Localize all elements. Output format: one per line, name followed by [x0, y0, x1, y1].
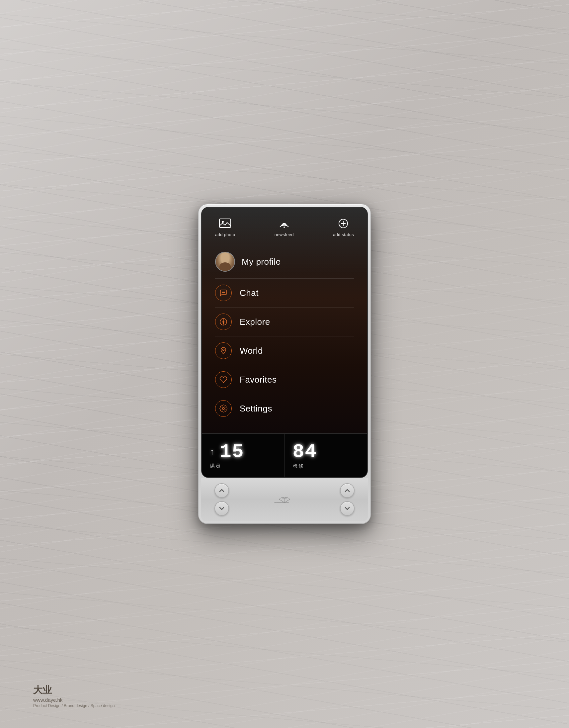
svg-point-7 [223, 292, 224, 293]
chat-icon [220, 289, 228, 297]
left-button-group [215, 483, 229, 516]
left-down-button[interactable] [215, 501, 229, 516]
profile-name: My profile [242, 257, 281, 267]
display-section: ↑ 15 满员 84 检修 [202, 433, 367, 477]
display-right: 84 检修 [285, 434, 367, 477]
world-label: World [240, 346, 263, 356]
favorites-label: Favorites [240, 375, 277, 385]
display-left-number: 15 [220, 442, 244, 462]
right-down-button[interactable] [340, 501, 354, 516]
newsfeed-icon [277, 218, 291, 229]
map-pin-icon [220, 347, 228, 355]
add-photo-label: add photo [215, 232, 236, 237]
compass-icon [220, 318, 228, 326]
watermark-brand: 大业 [33, 684, 115, 696]
menu-item-settings[interactable]: Settings [215, 394, 354, 423]
svg-marker-11 [223, 319, 224, 322]
display-right-label: 检修 [293, 463, 304, 469]
profile-row[interactable]: My profile [215, 245, 354, 279]
display-right-row: 84 [293, 442, 317, 462]
svg-point-14 [223, 408, 225, 409]
add-status-icon [336, 218, 350, 229]
svg-point-6 [222, 292, 223, 293]
device-frame: add photo newsfeed [198, 204, 371, 524]
svg-point-13 [223, 349, 225, 351]
world-icon-circle [215, 342, 232, 359]
svg-marker-12 [223, 322, 224, 324]
avatar-image [216, 252, 235, 271]
brand-logo: ▬▬▬▬▬▬ [271, 495, 298, 504]
chevron-up-icon-right [344, 488, 350, 494]
left-up-button[interactable] [215, 483, 229, 498]
up-arrow-left: ↑ [210, 447, 215, 457]
svg-rect-0 [220, 219, 231, 227]
chat-icon-circle [215, 285, 232, 301]
display-left-label: 满员 [210, 463, 221, 469]
gear-icon [220, 405, 228, 412]
device-screen: add photo newsfeed [201, 207, 368, 478]
newsfeed-label: newsfeed [275, 232, 294, 237]
add-status-button[interactable]: add status [333, 218, 354, 237]
control-panel: ▬▬▬▬▬▬ [201, 478, 368, 521]
favorites-icon-circle [215, 371, 232, 388]
explore-icon-circle [215, 314, 232, 330]
display-left: ↑ 15 满员 [202, 434, 285, 477]
settings-label: Settings [240, 404, 272, 414]
chevron-up-icon-left [219, 488, 225, 494]
svg-text:▬▬▬▬▬▬: ▬▬▬▬▬▬ [275, 501, 289, 504]
watermark-brand-text: 大业 [33, 684, 52, 696]
app-section: add photo newsfeed [202, 208, 367, 433]
add-photo-button[interactable]: add photo [215, 218, 236, 237]
newsfeed-button[interactable]: newsfeed [275, 218, 294, 237]
svg-point-2 [284, 227, 285, 228]
avatar [215, 252, 235, 272]
add-photo-icon [218, 218, 233, 229]
menu-item-favorites[interactable]: Favorites [215, 365, 354, 394]
right-up-button[interactable] [340, 483, 354, 498]
menu-item-explore[interactable]: Explore [215, 308, 354, 336]
svg-point-8 [224, 292, 225, 293]
watermark: 大业 www.daye.hk Product Design / Brand de… [33, 684, 115, 708]
brand-logo-svg: ▬▬▬▬▬▬ [271, 495, 298, 504]
explore-label: Explore [240, 317, 270, 327]
chevron-down-icon-right [344, 505, 350, 511]
watermark-url: www.daye.hk [33, 697, 115, 703]
menu-item-chat[interactable]: Chat [215, 279, 354, 308]
watermark-desc: Product Design / Brand design / Space de… [33, 703, 115, 708]
menu-item-world[interactable]: World [215, 336, 354, 365]
right-button-group [340, 483, 354, 516]
add-status-label: add status [333, 232, 354, 237]
chat-label: Chat [240, 288, 259, 298]
chevron-down-icon-left [219, 505, 225, 511]
brand-center: ▬▬▬▬▬▬ [271, 495, 298, 504]
device-wrapper: add photo newsfeed [198, 204, 371, 524]
display-left-row: ↑ 15 [210, 442, 244, 462]
menu-list: Chat Explore [215, 279, 354, 423]
display-right-number: 84 [293, 442, 317, 462]
settings-icon-circle [215, 400, 232, 417]
heart-icon [220, 376, 228, 384]
svg-point-1 [222, 221, 224, 223]
toolbar: add photo newsfeed [215, 218, 354, 245]
